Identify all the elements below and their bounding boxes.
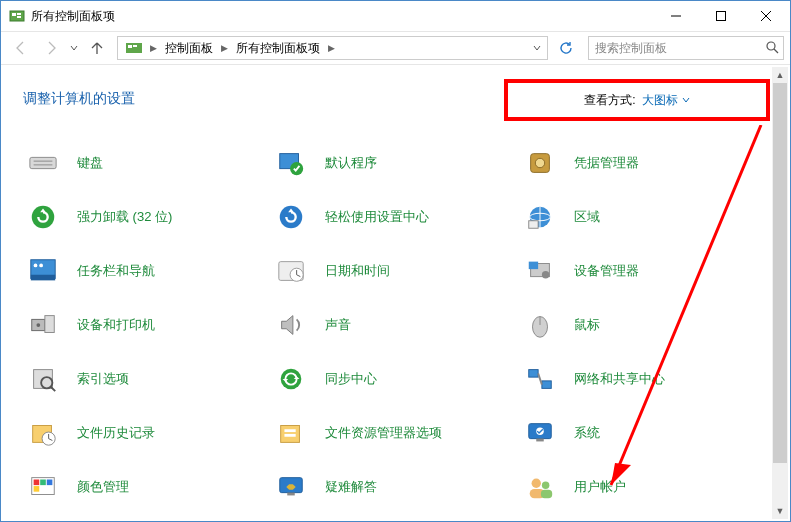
refresh-button[interactable] bbox=[554, 37, 578, 59]
minimize-button[interactable] bbox=[653, 2, 698, 30]
datetime-icon bbox=[271, 255, 311, 287]
control-panel-item[interactable]: 索引选项 bbox=[23, 361, 271, 397]
control-panel-item[interactable]: 文件资源管理器选项 bbox=[271, 415, 519, 451]
sound-icon bbox=[271, 309, 311, 341]
svg-rect-67 bbox=[34, 486, 40, 492]
indexing-icon bbox=[23, 363, 63, 395]
items-grid: 键盘默认程序凭据管理器强力卸载 (32 位)轻松使用设置中心区域任务栏和导航日期… bbox=[23, 139, 768, 522]
svg-rect-40 bbox=[45, 316, 54, 333]
breadcrumb-item[interactable]: 所有控制面板项 bbox=[230, 37, 326, 59]
item-label: 任务栏和导航 bbox=[77, 262, 155, 280]
control-panel-item[interactable]: 颜色管理 bbox=[23, 469, 271, 505]
vault-icon bbox=[520, 147, 560, 179]
item-label: 颜色管理 bbox=[77, 478, 129, 496]
defaults-icon bbox=[271, 147, 311, 179]
back-button[interactable] bbox=[7, 36, 35, 60]
svg-rect-37 bbox=[528, 262, 537, 270]
item-label: 日期和时间 bbox=[325, 262, 390, 280]
item-label: 强力卸载 (32 位) bbox=[77, 208, 172, 226]
address-dropdown[interactable] bbox=[533, 44, 545, 52]
control-panel-item[interactable]: 键盘 bbox=[23, 145, 271, 181]
svg-rect-27 bbox=[528, 221, 537, 229]
address-bar[interactable]: ▶ 控制面板 ▶ 所有控制面板项 ▶ bbox=[117, 36, 548, 60]
control-panel-item[interactable]: 设备和打印机 bbox=[23, 307, 271, 343]
svg-point-71 bbox=[542, 481, 550, 489]
control-panel-item[interactable]: 设备管理器 bbox=[520, 253, 768, 289]
svg-point-38 bbox=[542, 271, 550, 279]
control-panel-item[interactable]: 同步中心 bbox=[271, 361, 519, 397]
close-button[interactable] bbox=[743, 2, 788, 30]
svg-rect-50 bbox=[528, 370, 537, 378]
ease-icon bbox=[271, 201, 311, 233]
item-label: 轻松使用设置中心 bbox=[325, 208, 429, 226]
window-title: 所有控制面板项 bbox=[31, 8, 653, 25]
scroll-thumb[interactable] bbox=[773, 83, 787, 463]
vertical-scrollbar[interactable]: ▲ ▼ bbox=[772, 67, 788, 519]
control-panel-item[interactable]: 默认程序 bbox=[271, 145, 519, 181]
search-icon bbox=[765, 40, 779, 58]
trouble-icon bbox=[271, 471, 311, 503]
chevron-right-icon[interactable]: ▶ bbox=[326, 43, 337, 53]
view-by-value: 大图标 bbox=[642, 92, 678, 109]
item-label: 索引选项 bbox=[77, 370, 129, 388]
control-panel-item[interactable]: 轻松使用设置中心 bbox=[271, 199, 519, 235]
svg-rect-64 bbox=[34, 480, 40, 486]
search-box[interactable] bbox=[588, 36, 784, 60]
taskbar-icon bbox=[23, 255, 63, 287]
svg-rect-66 bbox=[47, 480, 53, 486]
svg-rect-61 bbox=[536, 439, 544, 442]
chevron-right-icon[interactable]: ▶ bbox=[148, 43, 159, 53]
control-panel-item[interactable]: 疑难解答 bbox=[271, 469, 519, 505]
item-label: 用户帐户 bbox=[574, 478, 626, 496]
control-panel-item[interactable]: 凭据管理器 bbox=[520, 145, 768, 181]
svg-line-52 bbox=[538, 373, 542, 384]
window-icon bbox=[9, 8, 25, 24]
svg-rect-5 bbox=[716, 12, 725, 21]
svg-point-30 bbox=[34, 264, 38, 268]
item-label: 凭据管理器 bbox=[574, 154, 639, 172]
system-icon bbox=[520, 417, 560, 449]
scroll-down-button[interactable]: ▼ bbox=[772, 503, 788, 519]
control-panel-item[interactable]: 声音 bbox=[271, 307, 519, 343]
folderopt-icon bbox=[271, 417, 311, 449]
svg-rect-9 bbox=[128, 45, 132, 48]
item-label: 键盘 bbox=[77, 154, 103, 172]
item-label: 疑难解答 bbox=[325, 478, 377, 496]
page-heading: 调整计算机的设置 bbox=[23, 90, 135, 108]
search-input[interactable] bbox=[589, 37, 783, 59]
maximize-button[interactable] bbox=[698, 2, 743, 30]
control-panel-item[interactable]: 网络和共享中心 bbox=[520, 361, 768, 397]
svg-rect-13 bbox=[30, 157, 56, 168]
scroll-up-button[interactable]: ▲ bbox=[772, 67, 788, 83]
svg-rect-3 bbox=[17, 16, 21, 18]
control-panel-item[interactable]: 系统 bbox=[520, 415, 768, 451]
up-button[interactable] bbox=[83, 36, 111, 60]
control-panel-item[interactable]: 区域 bbox=[520, 199, 768, 235]
control-panel-item[interactable]: 强力卸载 (32 位) bbox=[23, 199, 271, 235]
item-label: 文件资源管理器选项 bbox=[325, 424, 442, 442]
breadcrumb-item[interactable]: 控制面板 bbox=[159, 37, 219, 59]
chevron-right-icon[interactable]: ▶ bbox=[219, 43, 230, 53]
control-panel-item[interactable]: 日期和时间 bbox=[271, 253, 519, 289]
view-by-dropdown[interactable]: 大图标 bbox=[642, 92, 690, 109]
users-icon bbox=[520, 471, 560, 503]
color-icon bbox=[23, 471, 63, 503]
svg-rect-73 bbox=[541, 490, 552, 498]
control-panel-item[interactable]: 任务栏和导航 bbox=[23, 253, 271, 289]
control-panel-item[interactable]: 文件历史记录 bbox=[23, 415, 271, 451]
svg-rect-59 bbox=[285, 434, 296, 437]
item-label: 文件历史记录 bbox=[77, 424, 155, 442]
control-panel-item[interactable]: 用户帐户 bbox=[520, 469, 768, 505]
forward-button[interactable] bbox=[37, 36, 65, 60]
item-label: 同步中心 bbox=[325, 370, 377, 388]
svg-point-11 bbox=[767, 42, 775, 50]
recent-dropdown[interactable] bbox=[67, 38, 81, 58]
item-label: 系统 bbox=[574, 424, 600, 442]
item-label: 声音 bbox=[325, 316, 351, 334]
svg-rect-1 bbox=[12, 13, 16, 16]
sync-icon bbox=[271, 363, 311, 395]
control-panel-item[interactable]: 鼠标 bbox=[520, 307, 768, 343]
content-area: 调整计算机的设置 查看方式: 大图标 键盘默认程序凭据管理器强力卸载 (32 位… bbox=[1, 65, 790, 521]
item-label: 设备和打印机 bbox=[77, 316, 155, 334]
recycle360-icon bbox=[23, 201, 63, 233]
